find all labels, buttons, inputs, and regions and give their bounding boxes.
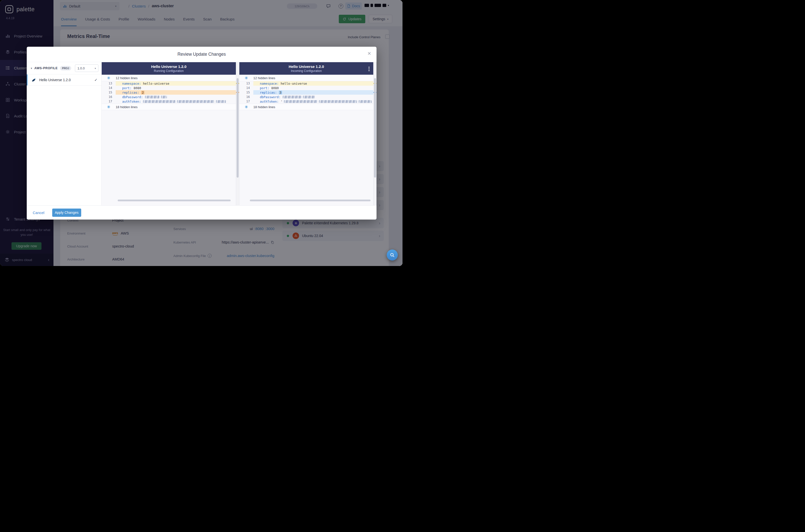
running-configuration-panel: Hello Universe 1.2.0 Running Configurati… <box>102 62 236 205</box>
code-line: 13 namespace:hello-universe <box>239 81 373 86</box>
pack-item-hello-universe[interactable]: Hello Universe 1.2.0 ✓ <box>27 74 101 86</box>
code-line: 16 dbPassword: <box>239 95 373 99</box>
vertical-scrollbar[interactable] <box>373 62 376 205</box>
horizontal-scrollbar[interactable] <box>118 200 231 201</box>
expand-icon <box>102 76 116 80</box>
diff-panel-header: Hello Universe 1.2.0 Incoming Configurat… <box>239 62 373 75</box>
expand-icon <box>239 105 253 109</box>
chevron-down-icon: ▾ <box>95 67 96 70</box>
review-update-changes-modal: Review Update Changes × ▾ AWS-PROFILE PR… <box>27 47 376 220</box>
search-icon <box>390 252 395 258</box>
hidden-lines-expander[interactable]: 12 hidden lines <box>102 75 236 81</box>
hidden-lines-expander[interactable]: 18 hidden lines <box>239 104 373 110</box>
redacted-secret <box>303 96 315 98</box>
apply-changes-button[interactable]: Apply Changes <box>52 209 81 217</box>
code-editor: 12 hidden lines 13 namespace:hello-unive… <box>239 75 373 205</box>
modal-title: Review Update Changes <box>177 52 226 57</box>
check-icon: ✓ <box>94 78 97 82</box>
scrollbar-thumb[interactable] <box>374 78 376 177</box>
screen: palette 4.4.19 Project Overview Profiles… <box>0 0 402 266</box>
search-fab-button[interactable] <box>387 249 398 261</box>
code-line-changed: 15 replicas:3 <box>239 90 373 95</box>
chevron-down-icon[interactable]: ▾ <box>31 67 32 70</box>
incoming-configuration-panel: Hello Universe 1.2.0 Incoming Configurat… <box>239 62 373 205</box>
diff-panel-subtitle: Incoming Configuration <box>291 69 321 73</box>
code-line-changed: 15 replicas:2 <box>102 90 236 95</box>
code-line: 13 namespace:hello-universe <box>102 81 236 86</box>
modal-body: ▾ AWS-PROFILE PROJ 1.0.0 ▾ Hello Univers… <box>27 62 376 205</box>
redacted-secret <box>358 100 372 103</box>
redacted-secret <box>143 100 175 103</box>
expand-icon <box>102 105 116 109</box>
expand-icon <box>239 76 253 80</box>
diff-panel-subtitle: Running Configuration <box>154 69 184 73</box>
code-line: 14 port:8080 <box>239 86 373 90</box>
redacted-secret <box>161 96 167 98</box>
redacted-secret <box>177 100 214 103</box>
vertical-scrollbar[interactable] <box>236 62 239 205</box>
code-line: 14 port:8080 <box>102 86 236 90</box>
diff-panel-title: Hello Universe 1.2.0 <box>288 64 324 69</box>
redacted-secret <box>216 100 226 103</box>
kebab-menu-icon[interactable] <box>368 66 370 72</box>
code-line: 17 authToken: <box>102 99 236 104</box>
code-line: 17 authToken:' <box>239 99 373 104</box>
modal-footer: Cancel Apply Changes <box>27 205 376 220</box>
diff-panel-header: Hello Universe 1.2.0 Running Configurati… <box>102 62 236 75</box>
cancel-button[interactable]: Cancel <box>33 211 44 215</box>
close-icon[interactable]: × <box>368 51 371 56</box>
profile-name: AWS-PROFILE <box>35 66 58 70</box>
scope-badge: PROJ <box>60 66 71 71</box>
hidden-lines-expander[interactable]: 18 hidden lines <box>102 104 236 110</box>
modal-header: Review Update Changes × <box>27 47 376 62</box>
scrollbar-thumb[interactable] <box>237 78 239 177</box>
redacted-secret <box>145 96 160 98</box>
redacted-secret <box>284 100 317 103</box>
hidden-lines-expander[interactable]: 12 hidden lines <box>239 75 373 81</box>
version-select[interactable]: 1.0.0 ▾ <box>75 64 98 72</box>
profile-header: ▾ AWS-PROFILE PROJ 1.0.0 ▾ <box>27 62 101 74</box>
hello-universe-icon <box>31 77 36 82</box>
code-editor: 12 hidden lines 13 namespace:hello-unive… <box>102 75 236 205</box>
code-line: 16 dbPassword: <box>102 95 236 99</box>
diff-panel-title: Hello Universe 1.2.0 <box>151 64 187 69</box>
profile-pack-panel: ▾ AWS-PROFILE PROJ 1.0.0 ▾ Hello Univers… <box>27 62 102 205</box>
redacted-secret <box>319 100 357 103</box>
horizontal-scrollbar[interactable] <box>250 200 371 201</box>
redacted-secret <box>283 96 301 98</box>
